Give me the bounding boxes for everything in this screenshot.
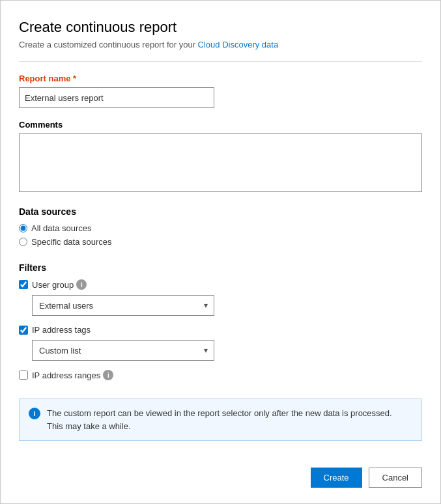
info-banner-line2: This may take a while. — [47, 421, 131, 431]
ip-ranges-label: IP address ranges — [32, 371, 100, 380]
info-banner-icon: i — [29, 408, 40, 419]
ip-tags-checkbox[interactable] — [19, 326, 28, 335]
user-group-select-wrapper: External users All users Internal users … — [32, 295, 214, 316]
radio-all-input[interactable] — [19, 224, 27, 232]
report-name-input[interactable] — [19, 87, 214, 108]
report-name-label: Report name * — [19, 74, 422, 83]
subtitle-text: Create a customized continuous report fo… — [19, 40, 198, 49]
user-group-label: User group — [32, 280, 74, 290]
cancel-button[interactable]: Cancel — [369, 468, 422, 488]
radio-specific-input[interactable] — [19, 238, 27, 246]
ip-tags-label: IP address tags — [32, 325, 91, 335]
radio-all-data-sources[interactable]: All data sources — [19, 223, 422, 233]
ip-ranges-checkbox[interactable] — [19, 371, 28, 380]
dialog-subtitle: Create a customized continuous report fo… — [19, 40, 422, 49]
info-banner: i The custom report can be viewed in the… — [19, 399, 422, 441]
ip-ranges-checkbox-item[interactable]: IP address ranges i — [19, 370, 422, 380]
cloud-discovery-link[interactable]: Cloud Discovery data — [198, 40, 279, 49]
create-button[interactable]: Create — [311, 468, 362, 488]
ip-tags-checkbox-item[interactable]: IP address tags — [19, 325, 422, 335]
header-divider — [19, 61, 422, 62]
radio-specific-data-sources[interactable]: Specific data sources — [19, 237, 422, 247]
footer-buttons: Create Cancel — [19, 461, 422, 488]
filters-section-title: Filters — [19, 262, 422, 273]
comments-textarea[interactable] — [19, 133, 422, 192]
info-banner-line1: The custom report can be viewed in the r… — [47, 408, 392, 418]
ip-ranges-info-icon: i — [103, 370, 113, 380]
user-group-info-icon: i — [76, 279, 87, 290]
ip-tags-select-wrapper: Custom list All Corporate ▾ — [32, 340, 214, 361]
report-name-field: Report name * — [19, 74, 422, 120]
user-group-select[interactable]: External users All users Internal users — [32, 295, 214, 316]
dialog-title: Create continuous report — [19, 19, 422, 36]
data-sources-section-title: Data sources — [19, 206, 422, 217]
radio-all-label: All data sources — [31, 223, 92, 233]
ip-tags-select[interactable]: Custom list All Corporate — [32, 340, 214, 361]
info-banner-text: The custom report can be viewed in the r… — [47, 407, 392, 432]
user-group-checkbox-item[interactable]: User group i — [19, 279, 422, 290]
data-sources-radio-group: All data sources Specific data sources — [19, 223, 422, 251]
comments-field: Comments — [19, 120, 422, 206]
filters-section: User group i External users All users In… — [19, 279, 422, 385]
comments-label: Comments — [19, 120, 422, 130]
create-report-dialog: Create continuous report Create a custom… — [0, 0, 441, 504]
user-group-checkbox[interactable] — [19, 280, 28, 289]
required-star: * — [73, 74, 76, 83]
radio-specific-label: Specific data sources — [31, 237, 112, 247]
